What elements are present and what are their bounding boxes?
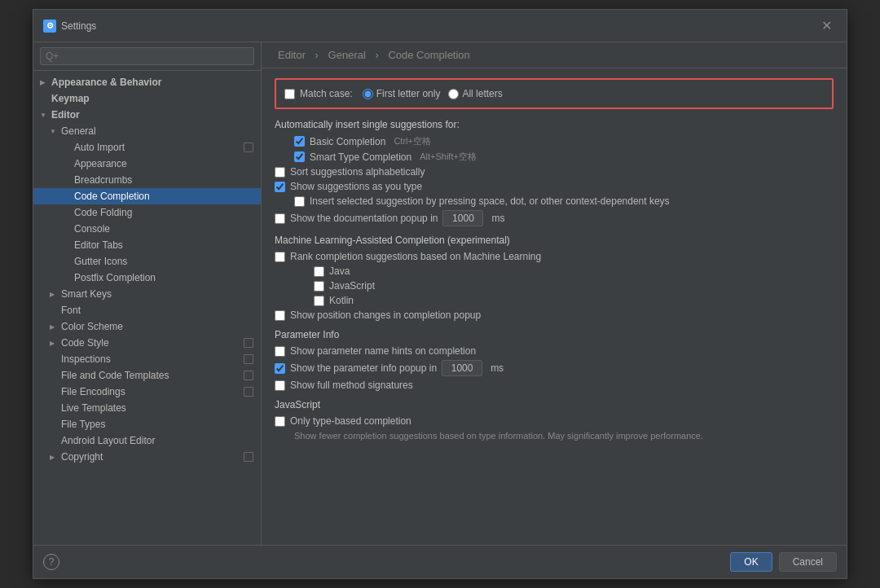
java-ml-checkbox[interactable] — [314, 266, 324, 277]
breadcrumb-current: Code Completion — [388, 49, 469, 61]
kotlin-ml-checkbox[interactable] — [314, 296, 324, 306]
first-letter-radio-row: First letter only — [363, 88, 441, 99]
sidebar-item-label-editor-tabs: Editor Tabs — [74, 239, 123, 251]
sidebar-item-live-templates[interactable]: Live Templates — [33, 400, 261, 416]
type-based-checkbox[interactable] — [275, 416, 285, 427]
show-doc-popup-checkbox[interactable] — [275, 213, 285, 224]
doc-popup-value-input[interactable] — [442, 210, 483, 226]
all-letters-radio[interactable] — [448, 89, 459, 99]
all-letters-radio-row: All letters — [448, 88, 502, 99]
sidebar-item-keymap[interactable]: Keymap — [33, 90, 261, 107]
show-suggestions-label: Show suggestions as you type — [290, 181, 422, 192]
sort-suggestions-label: Sort suggestions alphabetically — [290, 166, 425, 178]
sidebar-item-inspections[interactable]: Inspections — [33, 351, 261, 367]
search-input[interactable] — [40, 47, 254, 65]
sort-suggestions-checkbox[interactable] — [275, 167, 285, 178]
show-param-hints-label: Show parameter name hints on completion — [290, 345, 476, 357]
smart-keys-arrow-icon: ▶ — [50, 291, 58, 298]
javascript-row: JavaScript — [314, 280, 834, 292]
sidebar-item-file-encodings[interactable]: File Encodings — [33, 384, 261, 400]
insert-selected-row: Insert selected suggestion by pressing s… — [294, 195, 834, 207]
content-area: Match case: First letter only All letter… — [262, 68, 847, 545]
sidebar-item-file-code-templates[interactable]: File and Code Templates — [33, 367, 261, 384]
sidebar-item-label-file-types: File Types — [61, 419, 105, 430]
sidebar-item-font[interactable]: Font — [33, 302, 261, 318]
sidebar-item-appearance-behavior[interactable]: ▶Appearance & Behavior — [33, 74, 261, 90]
basic-completion-row: Basic Completion Ctrl+空格 — [294, 135, 834, 147]
copyright-badge-icon — [243, 451, 254, 463]
show-doc-popup-row: Show the documentation popup in ms — [275, 210, 834, 226]
ml-section-label: Machine Learning-Assisted Completion (ex… — [275, 235, 834, 246]
sidebar-item-label-editor: Editor — [51, 109, 80, 121]
java-label: Java — [329, 265, 350, 277]
show-position-checkbox[interactable] — [275, 310, 285, 321]
sidebar-item-editor-tabs[interactable]: Editor Tabs — [33, 237, 261, 253]
all-letters-label: All letters — [462, 88, 502, 99]
close-button[interactable]: ✕ — [816, 16, 837, 35]
dialog-footer: ? OK Cancel — [33, 545, 847, 578]
js-ml-checkbox[interactable] — [314, 281, 324, 292]
copyright-arrow-icon: ▶ — [50, 454, 58, 461]
sidebar-item-label-file-code-templates: File and Code Templates — [61, 370, 169, 381]
sidebar-item-gutter-icons[interactable]: Gutter Icons — [33, 253, 261, 270]
help-button[interactable]: ? — [43, 554, 59, 570]
sidebar-item-label-live-templates: Live Templates — [61, 402, 126, 414]
show-full-signatures-checkbox[interactable] — [275, 380, 285, 391]
sidebar-item-label-code-style: Code Style — [61, 337, 109, 349]
kotlin-row: Kotlin — [314, 295, 834, 306]
dialog-title: ⚙ Settings — [43, 20, 96, 33]
java-row: Java — [314, 265, 834, 277]
sidebar-item-postfix-completion[interactable]: Postfix Completion — [33, 270, 261, 286]
sidebar-item-smart-keys[interactable]: ▶Smart Keys — [33, 286, 261, 302]
insert-selected-label: Insert selected suggestion by pressing s… — [310, 195, 670, 207]
javascript-label: JavaScript — [329, 280, 375, 292]
match-case-checkbox-row: Match case: — [284, 88, 353, 99]
sidebar-item-editor[interactable]: ▼Editor — [33, 107, 261, 123]
main-content: Editor › General › Code Completion Match… — [262, 42, 847, 545]
param-popup-unit: ms — [491, 362, 504, 374]
show-param-hints-checkbox[interactable] — [275, 346, 285, 357]
sidebar-item-code-style[interactable]: ▶Code Style — [33, 335, 261, 351]
code-style-badge-icon — [243, 337, 254, 349]
sidebar-item-label-gutter-icons: Gutter Icons — [74, 256, 127, 267]
sidebar-item-android-layout-editor[interactable]: Android Layout Editor — [33, 432, 261, 449]
code-style-arrow-icon: ▶ — [50, 340, 58, 347]
match-case-row: Match case: First letter only All letter… — [275, 78, 834, 109]
sidebar-item-color-scheme[interactable]: ▶Color Scheme — [33, 318, 261, 335]
settings-icon: ⚙ — [43, 20, 56, 33]
sidebar-tree: ▶Appearance & BehaviorKeymap▼Editor▼Gene… — [33, 71, 261, 545]
show-param-hints-row: Show parameter name hints on completion — [275, 345, 834, 357]
param-popup-value-input[interactable] — [442, 360, 482, 376]
sidebar-item-appearance[interactable]: Appearance — [33, 156, 261, 172]
cancel-button[interactable]: Cancel — [779, 552, 837, 572]
sidebar-item-label-inspections: Inspections — [61, 353, 111, 365]
sidebar-item-file-types[interactable]: File Types — [33, 416, 261, 432]
rank-completion-label: Rank completion suggestions based on Mac… — [290, 251, 541, 262]
sidebar-item-label-breadcrumbs: Breadcrumbs — [74, 174, 132, 186]
insert-selected-checkbox[interactable] — [294, 196, 305, 207]
first-letter-radio[interactable] — [363, 89, 373, 99]
smart-type-checkbox[interactable] — [294, 151, 305, 162]
auto-import-badge-icon — [243, 142, 254, 153]
sidebar-item-code-completion[interactable]: Code Completion — [33, 188, 261, 204]
match-case-checkbox[interactable] — [284, 89, 295, 99]
sidebar-item-label-code-folding: Code Folding — [74, 207, 132, 218]
sidebar-item-console[interactable]: Console — [33, 221, 261, 237]
show-suggestions-row: Show suggestions as you type — [275, 181, 834, 192]
sidebar-item-auto-import[interactable]: Auto Import — [33, 139, 261, 156]
rank-completion-checkbox[interactable] — [275, 252, 285, 262]
sidebar-item-general[interactable]: ▼General — [33, 123, 261, 139]
ok-button[interactable]: OK — [730, 552, 772, 572]
smart-type-label: Smart Type Completion — [310, 151, 411, 163]
show-suggestions-checkbox[interactable] — [275, 182, 285, 192]
general-arrow-icon: ▼ — [50, 128, 58, 135]
sidebar-item-label-smart-keys: Smart Keys — [61, 288, 112, 300]
color-scheme-arrow-icon: ▶ — [50, 323, 58, 331]
basic-completion-checkbox[interactable] — [294, 136, 305, 147]
sidebar-item-breadcrumbs[interactable]: Breadcrumbs — [33, 172, 261, 188]
sidebar-item-copyright[interactable]: ▶Copyright — [33, 449, 261, 465]
sidebar-item-code-folding[interactable]: Code Folding — [33, 204, 261, 221]
breadcrumb-sep1: › — [315, 49, 322, 61]
sidebar-item-label-android-layout-editor: Android Layout Editor — [61, 435, 155, 446]
show-param-popup-checkbox[interactable] — [275, 363, 285, 374]
